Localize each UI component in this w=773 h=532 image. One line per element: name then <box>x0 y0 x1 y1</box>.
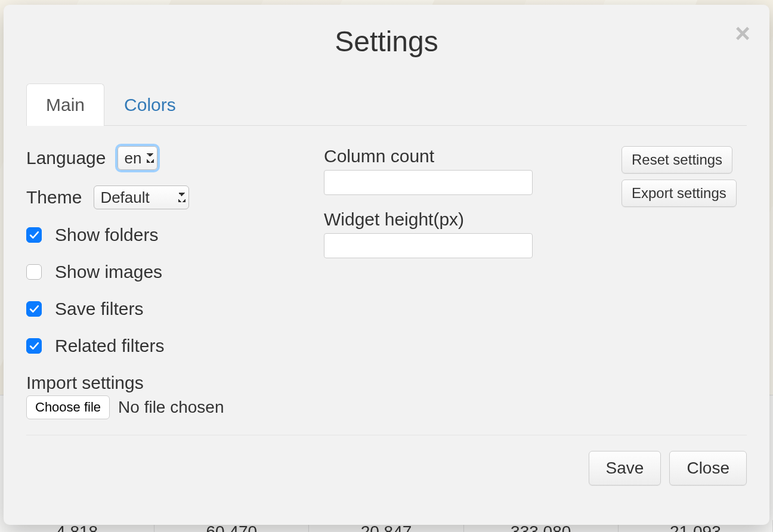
show-images-checkbox[interactable] <box>26 264 42 280</box>
tab-main[interactable]: Main <box>26 83 104 126</box>
separator <box>26 435 747 435</box>
left-column: Language en Theme Default Show folders <box>26 146 300 419</box>
widget-height-input[interactable] <box>324 233 533 258</box>
reset-settings-button[interactable]: Reset settings <box>622 146 732 174</box>
choose-file-button[interactable]: Choose file <box>26 395 110 419</box>
tab-colors[interactable]: Colors <box>104 83 196 126</box>
theme-label: Theme <box>26 187 82 208</box>
middle-column: Column count Widget height(px) <box>324 146 598 419</box>
save-filters-checkbox[interactable] <box>26 301 42 317</box>
column-count-label: Column count <box>324 146 598 166</box>
column-count-input[interactable] <box>324 170 533 195</box>
import-settings-label: Import settings <box>26 373 144 392</box>
language-label: Language <box>26 148 106 168</box>
show-folders-checkbox[interactable] <box>26 227 42 243</box>
related-filters-label: Related filters <box>55 336 164 356</box>
related-filters-checkbox[interactable] <box>26 338 42 354</box>
settings-dialog: × Settings Main Colors Language en Theme… <box>4 5 769 525</box>
close-icon[interactable]: × <box>735 20 750 47</box>
save-filters-label: Save filters <box>55 299 143 319</box>
show-images-label: Show images <box>55 262 162 282</box>
close-button[interactable]: Close <box>669 451 747 485</box>
file-status: No file chosen <box>118 398 224 417</box>
widget-height-label: Widget height(px) <box>324 209 598 230</box>
dialog-title: Settings <box>26 25 747 58</box>
dialog-footer: Save Close <box>26 451 747 491</box>
right-column: Reset settings Export settings <box>622 146 747 419</box>
theme-select[interactable]: Default <box>94 185 189 209</box>
language-select[interactable]: en <box>118 146 157 170</box>
save-button[interactable]: Save <box>589 451 661 485</box>
show-folders-label: Show folders <box>55 225 158 245</box>
main-panel: Language en Theme Default Show folders <box>26 126 747 419</box>
export-settings-button[interactable]: Export settings <box>622 180 737 207</box>
tab-bar: Main Colors <box>26 83 747 126</box>
